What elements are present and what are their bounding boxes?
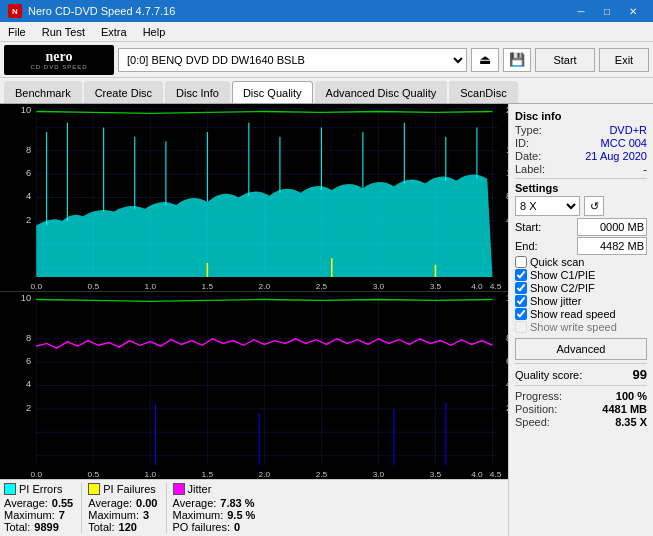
right-panel: Disc info Type: DVD+R ID: MCC 004 Date: … bbox=[508, 104, 653, 536]
close-button[interactable]: ✕ bbox=[621, 2, 645, 20]
svg-text:8: 8 bbox=[506, 192, 508, 201]
end-row: End: bbox=[515, 237, 647, 255]
quick-scan-checkbox[interactable] bbox=[515, 256, 527, 268]
speed-label: Speed: bbox=[515, 416, 550, 428]
disc-type-row: Type: DVD+R bbox=[515, 124, 647, 136]
show-c2pif-label: Show C2/PIF bbox=[530, 282, 595, 294]
pif-legend-label: PI Failures bbox=[103, 483, 156, 495]
disc-date-row: Date: 21 Aug 2020 bbox=[515, 150, 647, 162]
svg-text:4.0: 4.0 bbox=[471, 471, 483, 480]
menu-help[interactable]: Help bbox=[135, 22, 174, 41]
tab-scan-disc[interactable]: ScanDisc bbox=[449, 81, 517, 103]
speed-row: 8 X ↺ bbox=[515, 196, 647, 216]
eject-button[interactable]: ⏏ bbox=[471, 48, 499, 72]
pif-max-label: Maximum: bbox=[88, 509, 139, 521]
show-write-speed-label: Show write speed bbox=[530, 321, 617, 333]
tab-benchmark[interactable]: Benchmark bbox=[4, 81, 82, 103]
jitter-stat: Jitter Average: 7.83 % Maximum: 9.5 % PO… bbox=[173, 483, 256, 533]
pif-total-label: Total: bbox=[88, 521, 114, 533]
jitter-po-value: 0 bbox=[234, 521, 240, 533]
tab-create-disc[interactable]: Create Disc bbox=[84, 81, 163, 103]
disc-id-value: MCC 004 bbox=[601, 137, 647, 149]
stats-bar: PI Errors Average: 0.55 Maximum: 7 Total… bbox=[0, 479, 508, 536]
show-c1pie-checkbox[interactable] bbox=[515, 269, 527, 281]
pif-color-box bbox=[88, 483, 100, 495]
svg-text:8: 8 bbox=[26, 145, 31, 154]
drive-select[interactable]: [0:0] BENQ DVD DD DW1640 BSLB bbox=[118, 48, 467, 72]
pie-total-value: 9899 bbox=[34, 521, 58, 533]
pie-avg-row: Average: 0.55 bbox=[4, 497, 73, 509]
svg-text:4: 4 bbox=[26, 192, 31, 201]
svg-text:3.5: 3.5 bbox=[430, 283, 442, 292]
disc-date-label: Date: bbox=[515, 150, 541, 162]
svg-text:16: 16 bbox=[506, 145, 508, 154]
svg-text:3.0: 3.0 bbox=[373, 283, 385, 292]
disc-date-value: 21 Aug 2020 bbox=[585, 150, 647, 162]
divider-2 bbox=[515, 363, 647, 364]
disc-type-value: DVD+R bbox=[609, 124, 647, 136]
quality-score-row: Quality score: 99 bbox=[515, 367, 647, 382]
start-input[interactable] bbox=[577, 218, 647, 236]
save-button[interactable]: 💾 bbox=[503, 48, 531, 72]
quick-scan-row: Quick scan bbox=[515, 256, 647, 268]
svg-text:4.5: 4.5 bbox=[490, 471, 502, 480]
pie-avg-value: 0.55 bbox=[52, 497, 73, 509]
svg-text:2: 2 bbox=[26, 403, 31, 412]
disc-label-value: - bbox=[643, 163, 647, 175]
svg-text:10: 10 bbox=[21, 294, 31, 303]
svg-text:0.0: 0.0 bbox=[31, 471, 43, 480]
logo: nero CD·DVD SPEED bbox=[4, 45, 114, 75]
svg-text:10: 10 bbox=[506, 294, 508, 303]
show-write-speed-row: Show write speed bbox=[515, 321, 647, 333]
speed-select[interactable]: 8 X bbox=[515, 196, 580, 216]
pie-total-row: Total: 9899 bbox=[4, 521, 73, 533]
menu-file[interactable]: File bbox=[0, 22, 34, 41]
quick-scan-label: Quick scan bbox=[530, 256, 584, 268]
svg-text:0.5: 0.5 bbox=[88, 471, 100, 480]
tab-disc-info[interactable]: Disc Info bbox=[165, 81, 230, 103]
refresh-button[interactable]: ↺ bbox=[584, 196, 604, 216]
show-c2pif-row: Show C2/PIF bbox=[515, 282, 647, 294]
minimize-button[interactable]: ─ bbox=[569, 2, 593, 20]
svg-text:2: 2 bbox=[26, 215, 31, 224]
svg-text:1.5: 1.5 bbox=[202, 471, 214, 480]
pie-max-label: Maximum: bbox=[4, 509, 55, 521]
tab-disc-quality[interactable]: Disc Quality bbox=[232, 81, 313, 103]
svg-text:4.0: 4.0 bbox=[471, 283, 483, 292]
svg-text:2: 2 bbox=[506, 403, 508, 412]
end-label: End: bbox=[515, 240, 538, 252]
menu-run-test[interactable]: Run Test bbox=[34, 22, 93, 41]
toolbar: nero CD·DVD SPEED [0:0] BENQ DVD DD DW16… bbox=[0, 42, 653, 78]
charts-panel: 10 8 6 4 2 20 16 12 8 4 bbox=[0, 104, 508, 536]
disc-id-label: ID: bbox=[515, 137, 529, 149]
svg-text:4: 4 bbox=[26, 380, 31, 389]
maximize-button[interactable]: □ bbox=[595, 2, 619, 20]
start-row: Start: bbox=[515, 218, 647, 236]
svg-text:12: 12 bbox=[506, 168, 508, 177]
pif-stat: PI Failures Average: 0.00 Maximum: 3 Tot… bbox=[88, 483, 166, 533]
svg-text:1.5: 1.5 bbox=[202, 283, 214, 292]
show-c1pie-label: Show C1/PIE bbox=[530, 269, 595, 281]
pif-avg-label: Average: bbox=[88, 497, 132, 509]
exit-button[interactable]: Exit bbox=[599, 48, 649, 72]
show-read-speed-checkbox[interactable] bbox=[515, 308, 527, 320]
titlebar-controls[interactable]: ─ □ ✕ bbox=[569, 2, 645, 20]
advanced-button[interactable]: Advanced bbox=[515, 338, 647, 360]
app-title: Nero CD-DVD Speed 4.7.7.16 bbox=[28, 5, 175, 17]
show-c2pif-checkbox[interactable] bbox=[515, 282, 527, 294]
svg-text:4: 4 bbox=[506, 215, 508, 224]
pif-total-value: 120 bbox=[119, 521, 137, 533]
end-input[interactable] bbox=[577, 237, 647, 255]
menu-extra[interactable]: Extra bbox=[93, 22, 135, 41]
svg-text:0.5: 0.5 bbox=[88, 283, 100, 292]
svg-text:2.5: 2.5 bbox=[316, 283, 328, 292]
tab-advanced-disc-quality[interactable]: Advanced Disc Quality bbox=[315, 81, 448, 103]
jitter-avg-label: Average: bbox=[173, 497, 217, 509]
pie-total-label: Total: bbox=[4, 521, 30, 533]
pie-avg-label: Average: bbox=[4, 497, 48, 509]
start-button[interactable]: Start bbox=[535, 48, 595, 72]
pif-total-row: Total: 120 bbox=[88, 521, 157, 533]
pie-max-row: Maximum: 7 bbox=[4, 509, 73, 521]
show-jitter-checkbox[interactable] bbox=[515, 295, 527, 307]
progress-value: 100 % bbox=[616, 390, 647, 402]
